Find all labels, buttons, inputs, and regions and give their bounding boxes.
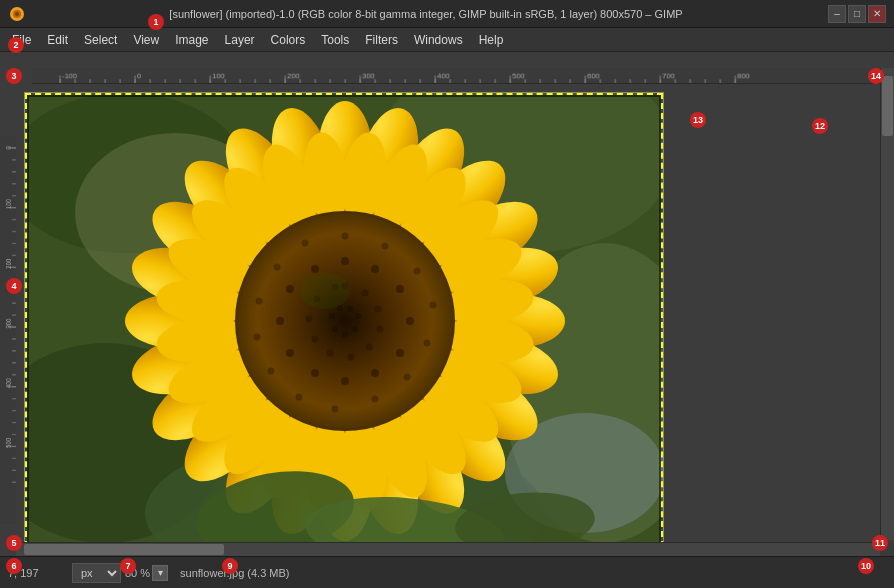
- zoom-display: 80 % ▾: [125, 565, 168, 581]
- svg-point-78: [348, 354, 355, 361]
- unit-selector[interactable]: px % mm in: [72, 563, 121, 583]
- canvas-area: [16, 68, 894, 556]
- svg-point-86: [352, 326, 358, 332]
- svg-point-94: [430, 302, 437, 309]
- menu-colors[interactable]: Colors: [263, 31, 314, 49]
- statusbar: 7, 197 px % mm in 80 % ▾ sunflower.jpg (…: [0, 556, 894, 588]
- menu-edit[interactable]: Edit: [39, 31, 76, 49]
- svg-point-64: [406, 317, 414, 325]
- svg-point-101: [254, 334, 261, 341]
- scrollbar-vertical[interactable]: [880, 68, 894, 540]
- svg-point-98: [332, 406, 339, 413]
- svg-point-68: [311, 369, 319, 377]
- svg-point-69: [286, 349, 294, 357]
- svg-point-74: [362, 290, 369, 297]
- zoom-value: 80 %: [125, 567, 150, 579]
- ruler-horizontal: [32, 68, 880, 84]
- cursor-coords: 7, 197: [8, 567, 68, 579]
- svg-point-91: [342, 233, 349, 240]
- svg-point-72: [311, 265, 319, 273]
- svg-point-70: [276, 317, 284, 325]
- svg-point-67: [341, 377, 349, 385]
- menu-tools[interactable]: Tools: [313, 31, 357, 49]
- svg-point-102: [256, 298, 263, 305]
- menu-view[interactable]: View: [125, 31, 167, 49]
- svg-point-99: [296, 394, 303, 401]
- titlebar: [sunflower] (imported)-1.0 (RGB color 8-…: [0, 0, 894, 28]
- svg-point-76: [377, 326, 384, 333]
- svg-point-81: [306, 316, 313, 323]
- svg-point-96: [404, 374, 411, 381]
- svg-point-75: [375, 306, 382, 313]
- svg-point-79: [327, 350, 334, 357]
- svg-point-2: [15, 12, 19, 16]
- svg-point-59: [235, 211, 455, 431]
- svg-point-97: [372, 396, 379, 403]
- menu-help[interactable]: Help: [471, 31, 512, 49]
- menu-windows[interactable]: Windows: [406, 31, 471, 49]
- canvas-wrapper: [0, 68, 894, 556]
- svg-point-95: [424, 340, 431, 347]
- menu-image[interactable]: Image: [167, 31, 216, 49]
- image-canvas[interactable]: [24, 92, 664, 548]
- svg-point-93: [414, 268, 421, 275]
- svg-point-104: [302, 240, 309, 247]
- svg-point-65: [396, 349, 404, 357]
- ruler-vertical: [0, 136, 16, 524]
- zoom-dropdown-btn[interactable]: ▾: [152, 565, 168, 581]
- svg-point-66: [371, 369, 379, 377]
- svg-point-92: [382, 243, 389, 250]
- svg-point-105: [300, 273, 350, 309]
- svg-point-63: [396, 285, 404, 293]
- sunflower-image: [25, 93, 664, 548]
- menu-select[interactable]: Select: [76, 31, 125, 49]
- menu-filters[interactable]: Filters: [357, 31, 406, 49]
- minimize-button[interactable]: –: [828, 5, 846, 23]
- scroll-corner: [880, 542, 894, 556]
- svg-point-85: [355, 313, 361, 319]
- window-title: [sunflower] (imported)-1.0 (RGB color 8-…: [32, 8, 820, 20]
- svg-point-89: [329, 313, 335, 319]
- close-button[interactable]: ✕: [868, 5, 886, 23]
- svg-point-100: [268, 368, 275, 375]
- menubar: File Edit Select View Image Layer Colors…: [0, 28, 894, 52]
- scroll-thumb-horizontal[interactable]: [24, 544, 224, 555]
- app-icon: [8, 5, 26, 23]
- menu-layer[interactable]: Layer: [217, 31, 263, 49]
- scroll-thumb-vertical[interactable]: [882, 76, 893, 136]
- svg-point-88: [332, 326, 338, 332]
- filename-status: sunflower.jpg (4.3 MB): [180, 567, 289, 579]
- svg-point-77: [366, 344, 373, 351]
- svg-point-80: [312, 336, 319, 343]
- svg-point-62: [371, 265, 379, 273]
- svg-point-84: [347, 306, 353, 312]
- scrollbar-horizontal[interactable]: [16, 542, 880, 556]
- svg-point-87: [342, 332, 348, 338]
- svg-point-103: [274, 264, 281, 271]
- window-controls[interactable]: – □ ✕: [828, 5, 886, 23]
- svg-point-61: [341, 257, 349, 265]
- maximize-button[interactable]: □: [848, 5, 866, 23]
- menu-file[interactable]: File: [4, 31, 39, 49]
- svg-point-71: [286, 285, 294, 293]
